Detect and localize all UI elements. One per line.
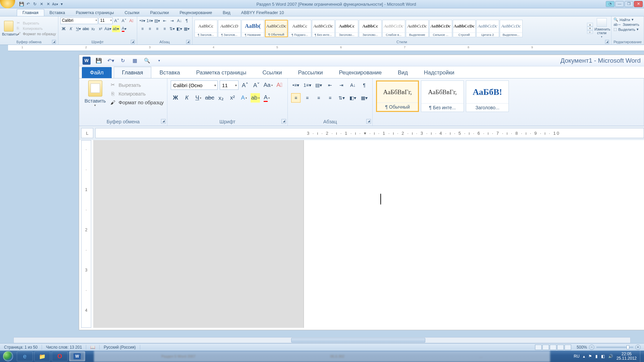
w10-tab-mail[interactable]: Рассылки [290, 67, 331, 78]
shading-icon[interactable]: ◧▾ [176, 25, 183, 32]
w10-borders-icon[interactable]: ▦▾ [360, 93, 369, 103]
multilevel-icon[interactable]: ▤▾ [154, 17, 161, 24]
tab-insert[interactable]: Вставка [44, 9, 70, 16]
save-icon[interactable]: 💾 [18, 1, 24, 7]
w10-qat-more-icon[interactable]: ▾ [155, 57, 163, 65]
bullets-icon[interactable]: •≡▾ [139, 17, 146, 24]
bold-icon[interactable]: Ж [60, 25, 67, 32]
style-item[interactable]: AaBbCcЗаголово... [335, 20, 358, 37]
w10-text-effects-icon[interactable]: A [239, 93, 249, 103]
change-styles-button[interactable]: Изменить стили▾ [594, 18, 609, 39]
w10-save-icon[interactable]: 💾 [95, 57, 103, 65]
horizontal-ruler[interactable]: 123456789 [8, 45, 644, 51]
maximize-button[interactable]: ❐ [625, 1, 633, 7]
tray-volume-icon[interactable]: 🔊 [608, 354, 613, 359]
scroll-thumb[interactable] [291, 338, 425, 343]
style-item[interactable]: AaBbCc¶ Подзаго... [288, 20, 311, 37]
style-item[interactable]: AaBbCcЗаголово... [359, 20, 382, 37]
clipboard-dialog-icon[interactable]: ◢ [52, 40, 56, 44]
italic-icon[interactable]: К [68, 25, 74, 32]
tab-layout[interactable]: Разметка страницы [70, 9, 119, 16]
qat-customize-icon[interactable]: ▾ [59, 1, 65, 7]
undo-icon[interactable]: ↶ [25, 1, 31, 7]
grow-font-icon[interactable]: A˄ [113, 17, 120, 24]
minimize-button[interactable]: — [615, 1, 624, 7]
taskbar-word[interactable]: W [69, 351, 85, 361]
align-right-icon[interactable]: ≡ [154, 25, 161, 32]
tab-references[interactable]: Ссылки [119, 9, 145, 16]
w10-tab-insert[interactable]: Вставка [151, 67, 188, 78]
justify-icon[interactable]: ≡ [161, 25, 168, 32]
w10-underline-icon[interactable]: Ч [194, 93, 203, 103]
shrink-font-icon[interactable]: A˅ [121, 17, 127, 24]
indent-inc-icon[interactable]: ⇥ [169, 17, 175, 24]
tray-network-icon[interactable]: ▮ [595, 354, 598, 359]
replace-button[interactable]: ab↔Заменить [613, 22, 639, 26]
w10-multilevel-icon[interactable]: ▤▾ [314, 80, 323, 90]
superscript-icon[interactable]: x² [97, 25, 104, 32]
style-item[interactable]: AaBbCcDcСильное ... [429, 20, 452, 37]
sort-icon[interactable]: A↓ [176, 17, 183, 24]
taskbar-ie[interactable]: e [17, 351, 33, 361]
status-page[interactable]: Страница: 1 из 50 [0, 345, 42, 350]
w10-bold-icon[interactable]: Ж [171, 93, 180, 103]
w10-grow-font-icon[interactable]: A˄ [240, 80, 250, 90]
w10-ruler-corner[interactable]: L [81, 128, 93, 138]
w10-spacing-icon[interactable]: ⇅▾ [337, 93, 346, 103]
paragraph-dialog-icon[interactable]: ◢ [186, 40, 190, 44]
view-buttons[interactable] [533, 345, 573, 350]
font-dialog-icon[interactable]: ◢ [131, 40, 135, 44]
tab-mailings[interactable]: Рассылки [145, 9, 174, 16]
close-button[interactable]: ✕ [634, 1, 643, 7]
tab-view[interactable]: Вид [217, 9, 236, 16]
style-item[interactable]: AaBbCcDcСтрогий [453, 20, 476, 37]
w10-indent-dec-icon[interactable]: ⇤ [325, 80, 335, 90]
w10-bullets-icon[interactable]: •≡▾ [291, 80, 301, 90]
w10-redo-icon[interactable]: ↻ [119, 57, 127, 65]
w10-tab-addins[interactable]: Надстройки [416, 67, 463, 78]
qat-x1-icon[interactable]: ✕ [39, 1, 45, 7]
w10-change-case-icon[interactable]: Aa [263, 80, 273, 90]
font-size-combo[interactable]: 11▾ [99, 17, 113, 24]
style-item[interactable]: AaBbCcDc¶ Без инте... [312, 20, 335, 37]
w10-clear-format-icon[interactable]: A⃠ [275, 80, 284, 90]
select-button[interactable]: ⬚Выделить ▾ [613, 27, 639, 32]
horizontal-scrollbar[interactable] [13, 337, 631, 343]
qat-aa-icon[interactable]: Aa▾ [52, 1, 58, 7]
w10-size-combo[interactable]: 11▾ [220, 80, 238, 90]
show-desktop-button[interactable] [640, 351, 644, 362]
w10-highlight-icon[interactable]: ab [251, 93, 260, 103]
style-item[interactable]: AaBbCcDc¶ Обычный [265, 20, 288, 37]
redo-icon[interactable]: ↻ [32, 1, 38, 7]
line-spacing-icon[interactable]: ⇅▾ [169, 25, 175, 32]
w10-tab-view[interactable]: Вид [390, 67, 416, 78]
w10-shading-icon[interactable]: ◧▾ [348, 93, 358, 103]
tray-clock[interactable]: 22:05 25.11.2012 [616, 352, 637, 361]
w10-style-item[interactable]: АаБбВвГг,¶ Без инте... [421, 80, 464, 112]
paste-button[interactable]: Вставить [2, 21, 15, 36]
start-button[interactable] [0, 351, 16, 362]
style-item[interactable]: AaBbCcD¶ Заголов... [218, 20, 241, 37]
w10-indent-inc-icon[interactable]: ⇥ [337, 80, 346, 90]
w10-clipboard-dialog-icon[interactable]: ◢ [161, 119, 166, 124]
w10-tab-layout[interactable]: Разметка страницы [188, 67, 255, 78]
w10-align-right-icon[interactable]: ≡ [314, 93, 323, 103]
style-item[interactable]: AaBb(¶ Название [241, 20, 264, 37]
w10-strike-icon[interactable]: abc [205, 93, 214, 103]
w10-undo-icon[interactable]: ↶▾ [107, 57, 115, 65]
strike-icon[interactable]: abc [83, 25, 89, 32]
w10-subscript-icon[interactable]: x₂ [216, 93, 226, 103]
w10-shrink-font-icon[interactable]: A˅ [252, 80, 261, 90]
tray-app-icon[interactable]: ◧ [601, 354, 605, 359]
w10-paragraph-dialog-icon[interactable]: ◢ [366, 119, 371, 124]
w10-align-center-icon[interactable]: ≡ [303, 93, 312, 103]
borders-icon[interactable]: ▦▾ [183, 25, 190, 32]
taskbar-opera[interactable]: O [52, 351, 68, 361]
w10-font-combo[interactable]: Calibri (Осно▾ [171, 80, 218, 90]
w10-table-icon[interactable]: ▦ [131, 57, 139, 65]
tray-flag-icon[interactable]: ⚑ [588, 354, 592, 359]
tab-review[interactable]: Рецензирование [174, 9, 218, 16]
taskbar-explorer[interactable]: 📁 [34, 351, 50, 361]
styles-dialog-icon[interactable]: ◢ [605, 40, 609, 44]
style-item[interactable]: AaBbCcDcВыделение [406, 20, 429, 37]
